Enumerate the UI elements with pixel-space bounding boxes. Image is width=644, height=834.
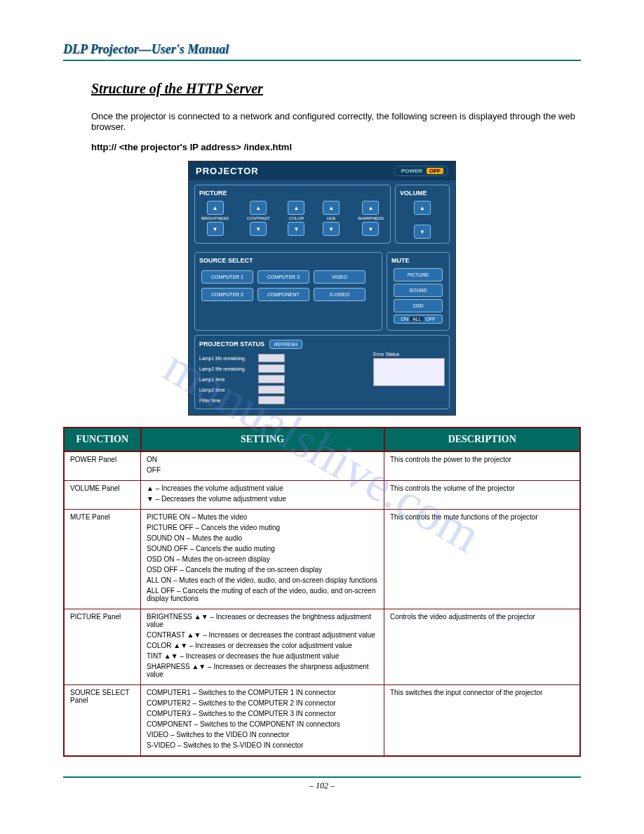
footer-rule (63, 776, 581, 778)
function-cell: PICTURE Panel (64, 609, 141, 685)
brightness-down-button[interactable]: ▼ (207, 222, 224, 236)
table-row: VOLUME Panel▲ – Increases the volume adj… (64, 481, 580, 510)
status-row: Lamp1 time (199, 375, 366, 383)
th-function: FUNCTION (64, 428, 141, 451)
projector-title: PROJECTOR (196, 166, 259, 176)
source-select-label: SOURCE SELECT (199, 257, 377, 264)
contrast-label: CONTRAST (247, 216, 270, 220)
mute-all-off: OFF (425, 317, 435, 322)
url-line: http:// <the projector's IP address> /in… (91, 142, 581, 152)
source-video-button[interactable]: VIDEO (314, 270, 365, 284)
picture-label: PICTURE (199, 190, 386, 197)
page-number: – 102 – (63, 781, 581, 791)
status-value (258, 354, 285, 362)
setting-cell: ▲ – Increases the volume adjustment valu… (141, 481, 384, 510)
volume-panel: VOLUME ▲ ▼ (395, 185, 450, 244)
source-computer-1-button[interactable]: COMPUTER 1 (201, 270, 253, 284)
status-row: Lamp2 time (199, 385, 366, 394)
projector-status-panel: PROJECTOR STATUS REFRESH Lamp1 life rema… (194, 335, 450, 409)
table-row: SOURCE SELECT PanelCOMPUTER1 – Switches … (64, 685, 580, 757)
description-cell: This switches the input connector of the… (384, 685, 581, 757)
header-rule (63, 60, 581, 61)
mute-all-mid: ALL (410, 317, 424, 322)
source-select-panel: SOURCE SELECT COMPUTER 1COMPUTER 3VIDEOC… (194, 252, 382, 331)
mute-picture-button[interactable]: PICTURE (394, 268, 443, 282)
status-value (258, 385, 285, 394)
error-status-box (373, 358, 445, 386)
mute-panel: MUTE PICTURESOUNDOSD ON ALL OFF (387, 252, 450, 331)
function-cell: MUTE Panel (64, 510, 141, 609)
picture-column-hue: ▲HUE▼ (323, 201, 340, 236)
setting-cell: COMPUTER1 – Switches to the COMPUTER 1 I… (141, 685, 384, 757)
volume-label: VOLUME (400, 190, 445, 197)
hue-label: HUE (327, 216, 336, 220)
sharpness-up-button[interactable]: ▲ (362, 201, 379, 215)
status-row: Filter time (199, 396, 366, 404)
mute-sound-button[interactable]: SOUND (394, 284, 443, 297)
picture-column-sharpness: ▲SHARPNESS▼ (358, 201, 384, 236)
power-on-label: POWER (398, 168, 425, 174)
description-cell: This controls the mute functions of the … (384, 510, 581, 609)
intro-text: Once the projector is connected to a net… (91, 111, 581, 132)
power-toggle[interactable]: POWER OFF (394, 166, 448, 176)
error-status-label: Error Status (373, 352, 445, 357)
refresh-button[interactable]: REFRESH (269, 340, 302, 349)
function-cell: POWER Panel (64, 451, 141, 481)
hue-down-button[interactable]: ▼ (323, 222, 340, 236)
brightness-up-button[interactable]: ▲ (207, 201, 224, 215)
table-row: POWER PanelONOFFThis controls the power … (64, 451, 580, 481)
sharpness-label: SHARPNESS (358, 216, 384, 220)
mute-osd-button[interactable]: OSD (394, 299, 443, 312)
mute-all-toggle[interactable]: ON ALL OFF (394, 315, 443, 324)
function-cell: SOURCE SELECT Panel (64, 685, 141, 757)
picture-column-brightness: ▲BRIGHTNESS▼ (201, 201, 229, 236)
volume-down-button[interactable]: ▼ (414, 225, 431, 239)
setting-cell: BRIGHTNESS ▲▼ – Increases or decreases t… (141, 609, 384, 685)
description-cell: This controls the power to the projector (384, 451, 581, 481)
brightness-label: BRIGHTNESS (201, 216, 229, 220)
table-row: PICTURE PanelBRIGHTNESS ▲▼ – Increases o… (64, 609, 580, 685)
power-off-label: OFF (427, 168, 443, 174)
projector-panel: PROJECTOR POWER OFF PICTURE ▲BRIGHTNESS▼… (188, 161, 456, 416)
status-label: PROJECTOR STATUS (199, 340, 264, 348)
status-row: Lamp2 life remaining (199, 364, 366, 373)
source-component-button[interactable]: COMPONENT (257, 288, 309, 301)
contrast-down-button[interactable]: ▼ (250, 222, 267, 236)
setting-cell: PICTURE ON – Mutes the videoPICTURE OFF … (141, 510, 384, 609)
picture-column-contrast: ▲CONTRAST▼ (247, 201, 270, 236)
picture-column-color: ▲COLOR▼ (288, 201, 304, 236)
setting-cell: ONOFF (141, 451, 384, 481)
mute-label: MUTE (391, 257, 445, 264)
table-row: MUTE PanelPICTURE ON – Mutes the videoPI… (64, 510, 580, 609)
source-computer-3-button[interactable]: COMPUTER 3 (257, 270, 309, 284)
mute-all-on: ON (401, 317, 409, 322)
description-cell: This controls the volume of the projecto… (384, 481, 581, 510)
color-up-button[interactable]: ▲ (288, 201, 304, 215)
th-setting: SETTING (141, 428, 384, 451)
function-cell: VOLUME Panel (64, 481, 141, 510)
status-value (258, 364, 285, 373)
color-label: COLOR (289, 216, 304, 220)
sharpness-down-button[interactable]: ▼ (362, 222, 379, 236)
color-down-button[interactable]: ▼ (288, 222, 304, 236)
source-computer-2-button[interactable]: COMPUTER 2 (201, 288, 253, 301)
source-s-video-button[interactable]: S-VIDEO (314, 288, 365, 301)
header-title: DLP Projector—User's Manual (63, 42, 581, 57)
description-cell: Controls the video adjustments of the pr… (384, 609, 581, 685)
status-value (258, 396, 285, 404)
status-value (258, 375, 285, 383)
volume-up-button[interactable]: ▲ (414, 201, 431, 215)
hue-up-button[interactable]: ▲ (323, 201, 340, 215)
th-description: DESCRIPTION (384, 428, 581, 451)
status-row: Lamp1 life remaining (199, 354, 366, 362)
function-table: FUNCTION SETTING DESCRIPTION POWER Panel… (63, 427, 581, 757)
contrast-up-button[interactable]: ▲ (250, 201, 267, 215)
section-title: Structure of the HTTP Server (91, 81, 581, 97)
picture-panel: PICTURE ▲BRIGHTNESS▼▲CONTRAST▼▲COLOR▼▲HU… (194, 185, 391, 244)
